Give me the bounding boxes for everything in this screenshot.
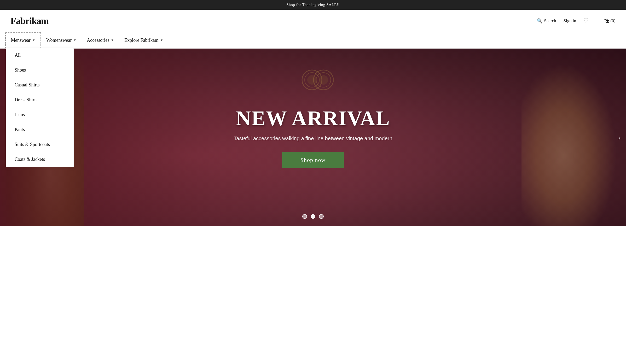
dropdown-item-casual-shirts[interactable]: Casual Shirts xyxy=(6,78,73,92)
header-actions: 🔍 Search Sign in ♡ 🛍 (0) xyxy=(537,17,616,24)
main-nav: Menswear ▼ All Shoes Casual Shirts Dress… xyxy=(0,32,626,49)
hero-section: NEW ARRIVAL Tasteful accessories walking… xyxy=(0,49,626,226)
shop-now-button[interactable]: Shop now xyxy=(282,152,344,168)
svg-point-5 xyxy=(319,75,328,85)
chevron-down-icon: ▼ xyxy=(32,38,35,42)
dropdown-item-pants[interactable]: Pants xyxy=(6,122,73,137)
carousel-dot-2[interactable] xyxy=(311,214,315,219)
dropdown-item-coats-jackets[interactable]: Coats & Jackets xyxy=(6,152,73,167)
search-button[interactable]: 🔍 Search xyxy=(537,18,556,24)
header: Fabrikam 🔍 Search Sign in ♡ 🛍 (0) xyxy=(0,10,626,32)
top-banner: Shop for Thanksgiving SALE!! xyxy=(0,0,626,10)
nav-item-explore[interactable]: Explore Fabrikam ▼ xyxy=(119,33,168,48)
header-divider xyxy=(596,18,596,24)
dropdown-item-all[interactable]: All xyxy=(6,48,73,63)
chevron-down-icon: ▼ xyxy=(160,38,163,42)
nav-item-accessories[interactable]: Accessories ▼ xyxy=(82,33,119,48)
menswear-dropdown: All Shoes Casual Shirts Dress Shirts Jea… xyxy=(6,48,74,167)
dropdown-item-suits-sportcoats[interactable]: Suits & Sportcoats xyxy=(6,137,73,152)
search-label: Search xyxy=(544,18,556,24)
dropdown-item-shoes[interactable]: Shoes xyxy=(6,63,73,78)
bag-icon: 🛍 xyxy=(604,17,609,24)
hero-title: NEW ARRIVAL xyxy=(222,107,404,130)
carousel-dot-3[interactable] xyxy=(319,214,324,219)
cart-count: (0) xyxy=(610,18,616,24)
sign-in-button[interactable]: Sign in xyxy=(564,18,576,24)
dropdown-item-dress-shirts[interactable]: Dress Shirts xyxy=(6,92,73,107)
nav-label-explore: Explore Fabrikam xyxy=(124,38,158,43)
carousel-dots xyxy=(302,214,324,219)
banner-text: Shop for Thanksgiving SALE!! xyxy=(286,3,339,7)
hero-subtitle: Tasteful accessories walking a fine line… xyxy=(222,136,404,142)
chevron-down-icon: ▼ xyxy=(111,38,114,42)
search-icon: 🔍 xyxy=(537,18,542,24)
nav-item-womenswear[interactable]: Womenswear ▼ xyxy=(41,33,82,48)
dropdown-item-jeans[interactable]: Jeans xyxy=(6,107,73,122)
carousel-next-button[interactable]: › xyxy=(618,133,621,142)
cart-button[interactable]: 🛍 (0) xyxy=(604,17,616,24)
hero-content: NEW ARRIVAL Tasteful accessories walking… xyxy=(222,107,404,168)
nav-item-menswear[interactable]: Menswear ▼ All Shoes Casual Shirts Dress… xyxy=(5,32,41,48)
nav-label-womenswear: Womenswear xyxy=(46,38,72,43)
wishlist-icon[interactable]: ♡ xyxy=(583,17,589,24)
nav-label-menswear: Menswear xyxy=(11,38,31,43)
chevron-down-icon: ▼ xyxy=(73,38,76,42)
nav-label-accessories: Accessories xyxy=(87,38,109,43)
logo[interactable]: Fabrikam xyxy=(10,15,49,26)
carousel-dot-1[interactable] xyxy=(302,214,307,219)
button-decoration-right xyxy=(313,69,334,90)
